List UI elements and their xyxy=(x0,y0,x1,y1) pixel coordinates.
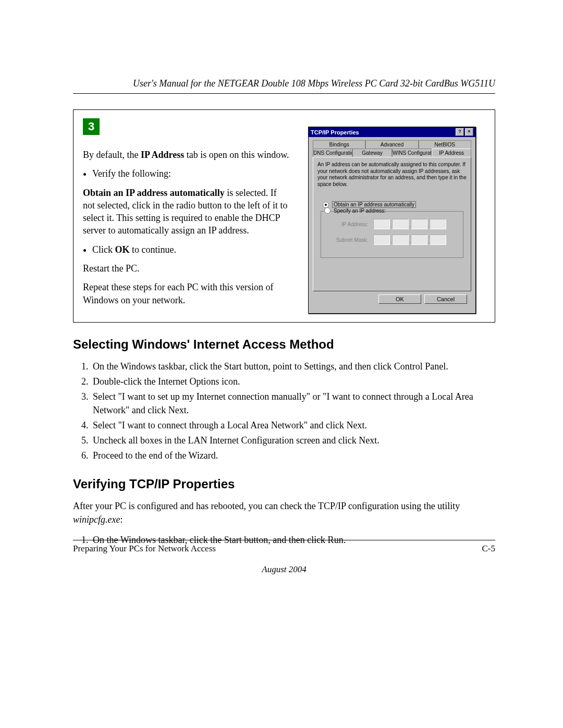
cancel-button[interactable]: Cancel xyxy=(424,294,467,304)
ip-address-input[interactable]: ... xyxy=(373,219,446,229)
subnet-mask-input[interactable]: ... xyxy=(373,235,446,245)
tab-row-2: DNS Configuration Gateway WINS Configura… xyxy=(313,149,471,157)
tab-wins[interactable]: WINS Configuration xyxy=(392,149,432,157)
instruction-p4: Repeat these steps for each PC with this… xyxy=(83,281,289,306)
step-number-badge: 3 xyxy=(83,118,100,135)
instruction-p3: Restart the PC. xyxy=(83,262,289,275)
dialog-description: An IP address can be automatically assig… xyxy=(317,162,467,188)
tab-bindings[interactable]: Bindings xyxy=(313,140,365,149)
list-item: Double-click the Internet Options icon. xyxy=(91,375,495,388)
dialog-title-text: TCP/IP Properties xyxy=(311,129,359,135)
list-item: Select "I want to set up my Internet con… xyxy=(91,390,495,416)
ok-button[interactable]: OK xyxy=(378,294,421,304)
list-item: Select "I want to connect through a Loca… xyxy=(91,419,495,432)
instruction-p1: By default, the IP Address tab is open o… xyxy=(83,149,289,161)
instruction-detail: Obtain an IP address automatically is se… xyxy=(83,187,289,237)
radio-icon xyxy=(324,207,331,214)
footer-rule xyxy=(73,540,495,540)
body-paragraph-2: After your PC is configured and has rebo… xyxy=(73,500,495,526)
tab-ipaddress[interactable]: IP Address xyxy=(432,149,471,157)
footer-page-number: C-5 xyxy=(482,544,496,554)
radio-specify[interactable]: Specify an IP address: xyxy=(324,207,458,214)
ip-address-label: IP Address: xyxy=(326,221,368,227)
footer-date: August 2004 xyxy=(73,564,495,575)
tab-advanced[interactable]: Advanced xyxy=(365,140,418,149)
list-item: On the Windows taskbar, click the Start … xyxy=(91,360,495,373)
page-header: User's Manual for the NETGEAR Double 108… xyxy=(73,78,495,91)
tab-gateway[interactable]: Gateway xyxy=(352,149,392,157)
list-item: Uncheck all boxes in the LAN Internet Co… xyxy=(91,434,495,447)
footer-left: Preparing Your PCs for Network Access xyxy=(73,544,216,554)
header-rule xyxy=(73,93,495,94)
tab-netbios[interactable]: NetBIOS xyxy=(419,140,471,149)
tab-dns[interactable]: DNS Configuration xyxy=(313,149,352,157)
heading-verifying-tcpip: Verifying TCP/IP Properties xyxy=(73,477,495,491)
instruction-bullet-2: Click OK to continue. xyxy=(92,243,289,256)
steps-list-1: On the Windows taskbar, click the Start … xyxy=(73,360,495,462)
instruction-bullet-1: Verify the following: xyxy=(92,167,289,180)
dialog-titlebar[interactable]: TCP/IP Properties ? × xyxy=(309,127,475,137)
page-footer: Preparing Your PCs for Network Access C-… xyxy=(73,540,495,575)
radio-icon xyxy=(323,202,329,208)
close-icon[interactable]: × xyxy=(465,128,473,136)
help-icon[interactable]: ? xyxy=(456,128,464,136)
figure-box: 3 By default, the IP Address tab is open… xyxy=(73,109,495,323)
subnet-mask-label: Subnet Mask: xyxy=(326,237,368,243)
tab-row-1: Bindings Advanced NetBIOS xyxy=(313,140,471,149)
list-item: Proceed to the end of the Wizard. xyxy=(91,449,495,462)
tab-panel-ip: An IP address can be automatically assig… xyxy=(313,157,471,291)
figure-instructions: 3 By default, the IP Address tab is open… xyxy=(74,110,296,322)
specify-ip-group: Specify an IP address: IP Address: ... S… xyxy=(321,211,463,258)
dialog-screenshot: TCP/IP Properties ? × Bindings Advanced … xyxy=(296,110,495,322)
radio-specify-label: Specify an IP address: xyxy=(334,208,386,214)
heading-selecting-method: Selecting Windows' Internet Access Metho… xyxy=(73,337,495,352)
tcpip-dialog: TCP/IP Properties ? × Bindings Advanced … xyxy=(308,127,476,314)
